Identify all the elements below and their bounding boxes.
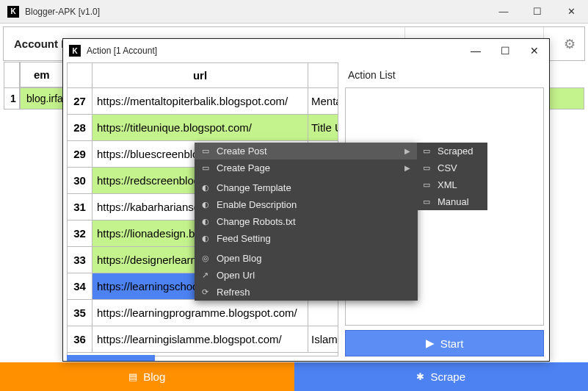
tab-blog-label: Blog (143, 370, 165, 383)
menu-item[interactable]: ◐Feed Setting (195, 230, 418, 247)
window-title: Blogger-APK [v1.0] (25, 7, 100, 17)
menu-icon: ◐ (202, 183, 217, 193)
menu-item[interactable]: ▭Create Page▶ (195, 159, 418, 176)
row-url: https://mentaltopiterbalik.blogspot.com/ (92, 88, 308, 114)
close-button[interactable]: ✕ (554, 0, 588, 24)
menu-label: Feed Setting (217, 233, 271, 244)
bg-row-index: 1 (4, 87, 20, 110)
row-title: Title U (308, 115, 338, 140)
row-index: 31 (68, 194, 92, 220)
bg-header-email: em (20, 62, 64, 87)
window-controls: — ☐ ✕ (487, 0, 588, 24)
context-submenu: ▭Scraped▭CSV▭XML▭Manual (417, 143, 487, 210)
menu-label: Create Post (217, 146, 267, 157)
row-index: 35 (68, 300, 92, 326)
submenu-label: Manual (438, 196, 469, 207)
url-table-header: url (68, 63, 338, 88)
submenu-label: XML (438, 179, 457, 190)
menu-item[interactable]: ↗Open Url (195, 267, 418, 284)
menu-label: Change Template (217, 182, 291, 193)
row-index: 27 (68, 88, 92, 114)
horizontal-scrollbar[interactable] (67, 355, 155, 361)
start-label: Start (440, 337, 464, 350)
submenu-label: Scraped (438, 146, 473, 157)
bottom-tabs: ▤ Blog ✱ Scrape (0, 362, 588, 391)
menu-label: Refresh (217, 287, 250, 298)
menu-icon: ◐ (202, 200, 217, 209)
row-url: https://learningislamme.blogspot.com/ (92, 326, 308, 352)
menu-item[interactable]: ⟳Refresh (195, 284, 418, 301)
titlebar: K Blogger-APK [v1.0] — ☐ ✕ (0, 0, 588, 24)
menu-label: Enable Description (217, 199, 297, 210)
submenu-item[interactable]: ▭Manual (417, 193, 487, 210)
row-url: https://learningprogramme.blogspot.com/ (92, 300, 308, 326)
menu-label: Open Blog (217, 253, 261, 264)
context-menu: ▭Create Post▶▭Create Page▶◐Change Templa… (195, 143, 418, 301)
row-title: Menta (308, 88, 338, 114)
row-index: 34 (68, 273, 92, 299)
gear-icon[interactable]: ⚙ (564, 36, 576, 52)
tab-scrape-label: Scrape (430, 370, 465, 383)
modal-logo-icon: K (69, 45, 81, 57)
action-list-label: Action List (345, 62, 544, 87)
modal-title: Action [1 Account] (87, 46, 157, 56)
modal-close-button[interactable]: ✕ (520, 39, 549, 62)
table-row[interactable]: 36https://learningislamme.blogspot.com/I… (68, 326, 338, 353)
menu-icon: ◎ (202, 254, 217, 263)
menu-icon: ◐ (202, 217, 217, 226)
maximize-button[interactable]: ☐ (520, 0, 554, 24)
menu-icon: ▭ (423, 197, 438, 207)
submenu-label: CSV (438, 162, 457, 173)
bg-header-spacer (4, 62, 20, 87)
tab-scrape[interactable]: ✱ Scrape (294, 362, 589, 391)
blog-icon: ▤ (128, 371, 137, 382)
menu-label: Open Url (217, 270, 255, 281)
table-row[interactable]: 27https://mentaltopiterbalik.blogspot.co… (68, 88, 338, 115)
url-header-label: url (92, 63, 308, 87)
play-icon: ▶ (426, 337, 435, 350)
chevron-right-icon: ▶ (404, 164, 410, 172)
scrape-icon: ✱ (416, 371, 424, 382)
app-logo-icon: K (7, 6, 19, 18)
menu-icon: ▭ (202, 163, 217, 173)
menu-item[interactable]: ◐Change Template (195, 179, 418, 196)
menu-icon: ↗ (202, 270, 217, 280)
row-index: 32 (68, 220, 92, 246)
modal-minimize-button[interactable]: — (461, 39, 490, 62)
minimize-button[interactable]: — (487, 0, 520, 24)
submenu-item[interactable]: ▭CSV (417, 159, 487, 176)
menu-label: Change Robots.txt (217, 216, 296, 227)
menu-label: Create Page (217, 162, 270, 173)
row-url: https://titleunique.blogspot.com/ (92, 115, 308, 140)
menu-icon: ▭ (423, 163, 438, 173)
tab-blog[interactable]: ▤ Blog (0, 362, 294, 391)
submenu-item[interactable]: ▭Scraped (417, 143, 487, 159)
menu-item[interactable]: ◐Enable Description (195, 196, 418, 213)
account-label: Account L (14, 37, 68, 50)
row-title (308, 300, 338, 326)
menu-item[interactable]: ◐Change Robots.txt (195, 213, 418, 230)
modal-maximize-button[interactable]: ☐ (490, 39, 520, 62)
row-index: 30 (68, 168, 92, 193)
submenu-item[interactable]: ▭XML (417, 176, 487, 193)
menu-item[interactable]: ▭Create Post▶ (195, 143, 418, 159)
menu-icon: ▭ (202, 146, 217, 156)
row-index: 36 (68, 326, 92, 352)
row-index: 28 (68, 115, 92, 140)
chevron-right-icon: ▶ (404, 147, 410, 155)
row-index: 29 (68, 141, 92, 167)
row-title: Islam (308, 326, 338, 352)
menu-icon: ▭ (423, 146, 438, 156)
menu-icon: ◐ (202, 234, 217, 243)
start-button[interactable]: ▶ Start (345, 330, 544, 356)
menu-icon: ⟳ (202, 287, 217, 297)
table-row[interactable]: 28https://titleunique.blogspot.com/Title… (68, 115, 338, 141)
menu-item[interactable]: ◎Open Blog (195, 250, 418, 267)
menu-icon: ▭ (423, 180, 438, 190)
row-index: 33 (68, 247, 92, 273)
modal-titlebar: K Action [1 Account] — ☐ ✕ (63, 39, 549, 62)
table-row[interactable]: 35https://learningprogramme.blogspot.com… (68, 300, 338, 326)
